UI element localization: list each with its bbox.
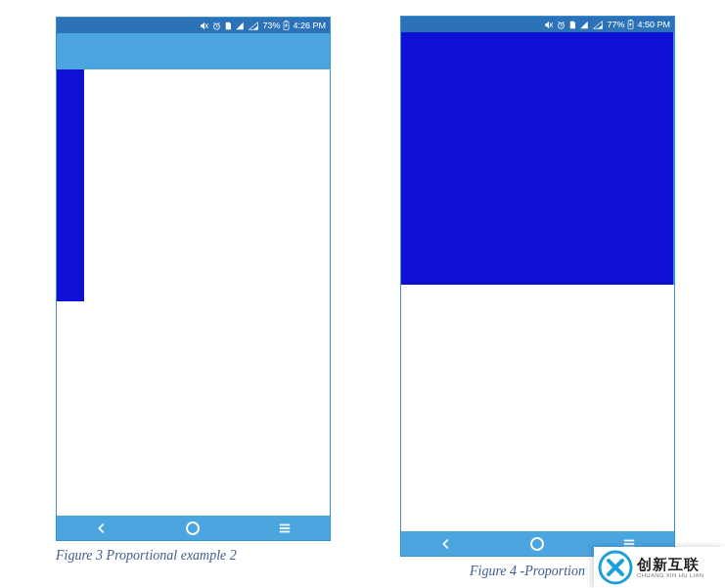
- nav-back-button[interactable]: [439, 537, 453, 551]
- battery-charging-icon: [627, 20, 634, 29]
- battery-percent: 77%: [607, 20, 624, 29]
- screen-body: [401, 32, 674, 531]
- nav-home-button[interactable]: [185, 520, 201, 536]
- watermark-badge: 创新互联 CHUANG XIN HU LIAN: [594, 547, 725, 588]
- screen-body: [57, 69, 330, 516]
- sd-card-icon: [568, 21, 576, 29]
- nav-recents-button[interactable]: [278, 521, 292, 535]
- signal-icon: [579, 21, 589, 29]
- blue-block-vertical: [57, 69, 84, 301]
- status-bar: 77% 4:50 PM: [401, 17, 674, 32]
- clock-time: 4:26 PM: [293, 21, 326, 30]
- svg-line-6: [218, 23, 220, 23]
- phone-mockup-right: 77% 4:50 PM: [400, 16, 675, 557]
- clock-time: 4:50 PM: [637, 20, 670, 29]
- alarm-icon: [557, 21, 566, 29]
- svg-line-18: [559, 22, 561, 23]
- watermark-text-en: CHUANG XIN HU LIAN: [637, 572, 703, 578]
- svg-rect-8: [286, 21, 288, 22]
- phone-mockup-left: 73% 4:26 PM: [56, 17, 331, 541]
- svg-point-22: [531, 538, 543, 550]
- battery-percent: 73%: [262, 21, 280, 30]
- mute-icon: [200, 22, 209, 30]
- app-bar: [57, 33, 330, 69]
- svg-rect-21: [630, 20, 632, 21]
- wifi-signal-icon: [248, 22, 259, 30]
- sd-card-icon: [224, 22, 232, 30]
- nav-back-button[interactable]: [95, 521, 109, 535]
- svg-point-9: [187, 522, 199, 534]
- svg-line-5: [214, 23, 216, 23]
- watermark-text-cn: 创新互联: [637, 557, 703, 572]
- figure-caption-left: Figure 3 Proportional example 2: [56, 548, 237, 564]
- navigation-bar: [57, 516, 330, 540]
- wifi-signal-icon: [592, 21, 604, 29]
- signal-icon: [235, 22, 245, 30]
- battery-charging-icon: [283, 21, 290, 30]
- svg-line-19: [563, 22, 565, 23]
- blue-block-top-half: [401, 32, 674, 285]
- nav-home-button[interactable]: [529, 536, 545, 552]
- figure-caption-right: Figure 4 -Proportion: [470, 564, 585, 579]
- watermark-logo-icon: [598, 550, 633, 585]
- status-bar: 73% 4:26 PM: [57, 18, 330, 33]
- mute-icon: [544, 21, 554, 29]
- alarm-icon: [212, 22, 221, 30]
